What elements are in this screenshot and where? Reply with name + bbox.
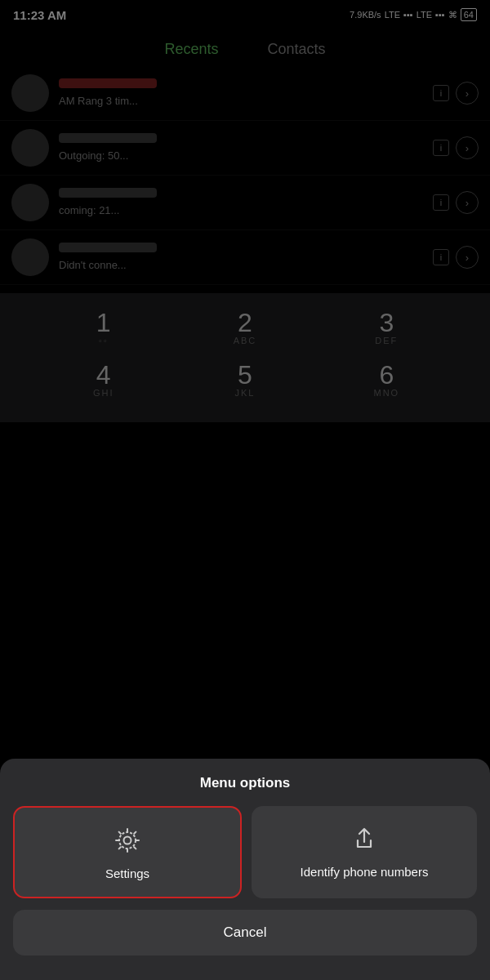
menu-options-sheet: Menu options Settings Identify phone nu [0,759,490,980]
menu-options-row: Settings Identify phone numbers [13,806,477,898]
identify-label: Identify phone numbers [301,865,429,879]
menu-title: Menu options [13,775,477,791]
menu-option-settings[interactable]: Settings [13,806,242,898]
cancel-button[interactable]: Cancel [13,910,477,956]
settings-label: Settings [105,866,149,880]
svg-point-1 [119,832,136,849]
svg-point-0 [124,837,131,844]
gear-icon [114,827,140,857]
menu-option-identify[interactable]: Identify phone numbers [252,806,477,898]
share-icon [351,826,377,855]
